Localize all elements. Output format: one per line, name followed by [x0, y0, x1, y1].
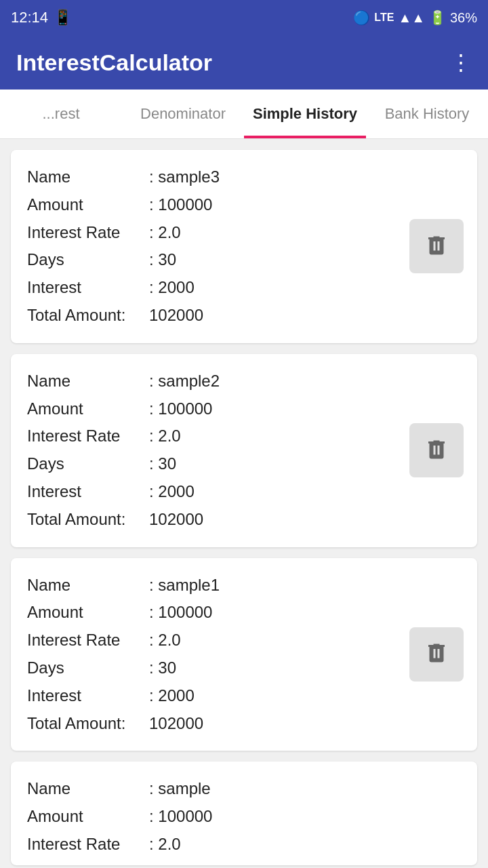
days-value: : 30	[149, 246, 176, 274]
card-amount-row: Amount : 100000	[27, 803, 464, 831]
amount-label: Amount	[27, 395, 149, 423]
amount-value: : 100000	[149, 599, 212, 627]
card-interest-row: Interest : 2000	[27, 478, 464, 506]
tab-denominator-label: Denominator	[140, 105, 226, 123]
rate-value: : 2.0	[149, 831, 181, 859]
name-label: Name	[27, 775, 149, 803]
tab-bank-history-label: Bank History	[385, 105, 470, 123]
interest-value: : 2000	[149, 274, 195, 302]
card-interest-row: Interest : 2000	[27, 682, 464, 710]
rate-value: : 2.0	[149, 627, 181, 654]
history-card-2: Name : sample2 Amount : 100000 Interest …	[11, 354, 477, 547]
tab-simple-history[interactable]: Simple History	[244, 90, 366, 138]
name-value: : sample2	[149, 368, 220, 395]
rate-value: : 2.0	[149, 219, 181, 247]
battery-icon: 🔋	[429, 9, 446, 26]
total-label: Total Amount:	[27, 710, 149, 738]
interest-value: : 2000	[149, 682, 195, 710]
card-rate-row: Interest Rate : 2.0	[27, 422, 464, 450]
trash-icon	[424, 641, 449, 667]
tab-simple-history-label: Simple History	[253, 105, 357, 123]
status-left: 12:14 📱	[11, 9, 72, 26]
card-total-row: Total Amount: 102000	[27, 710, 464, 738]
trash-icon	[424, 437, 449, 464]
history-card-3: Name : sample3 Amount : 100000 Interest …	[11, 150, 477, 343]
card-days-row: Days : 30	[27, 246, 464, 274]
card-amount-row: Amount : 100000	[27, 191, 464, 219]
card-days-row: Days : 30	[27, 654, 464, 682]
amount-label: Amount	[27, 191, 149, 219]
card-amount-row: Amount : 100000	[27, 599, 464, 627]
name-label: Name	[27, 572, 149, 599]
total-label: Total Amount:	[27, 302, 149, 330]
interest-value: : 2000	[149, 478, 195, 506]
amount-value: : 100000	[149, 803, 212, 831]
time: 12:14	[11, 9, 48, 26]
days-label: Days	[27, 450, 149, 478]
total-label: Total Amount:	[27, 506, 149, 534]
name-label: Name	[27, 163, 149, 191]
rate-label: Interest Rate	[27, 627, 149, 654]
name-value: : sample	[149, 775, 211, 803]
content-area: Name : sample3 Amount : 100000 Interest …	[0, 139, 488, 868]
delete-button-3[interactable]	[409, 219, 464, 273]
total-value: 102000	[149, 302, 203, 330]
card-rate-row: Interest Rate : 2.0	[27, 831, 464, 859]
card-days-row: Days : 30	[27, 450, 464, 478]
card-amount-row: Amount : 100000	[27, 395, 464, 423]
tab-interest-label: ...rest	[42, 105, 79, 123]
name-colon: : sample3	[149, 163, 220, 191]
tab-interest[interactable]: ...rest	[0, 90, 122, 138]
tab-bar: ...rest Denominator Simple History Bank …	[0, 90, 488, 139]
card-rate-row: Interest Rate : 2.0	[27, 219, 464, 247]
delete-button-1[interactable]	[409, 627, 464, 682]
battery-text: 36%	[450, 10, 477, 26]
more-options-icon[interactable]: ⋮	[450, 50, 472, 75]
rate-label: Interest Rate	[27, 831, 149, 859]
days-value: : 30	[149, 450, 176, 478]
amount-label: Amount	[27, 599, 149, 627]
days-value: : 30	[149, 654, 176, 682]
trash-icon	[424, 233, 449, 260]
interest-label: Interest	[27, 682, 149, 710]
app-bar: InterestCalculator ⋮	[0, 35, 488, 90]
card-name-row: Name : sample	[27, 775, 464, 803]
status-right: 🔵 LTE ▲▲ 🔋 36%	[353, 9, 477, 26]
history-card-0: Name : sample Amount : 100000 Interest R…	[11, 762, 477, 865]
lte-icon: LTE	[374, 12, 394, 24]
status-bar: 12:14 📱 🔵 LTE ▲▲ 🔋 36%	[0, 0, 488, 35]
rate-label: Interest Rate	[27, 219, 149, 247]
total-value: 102000	[149, 710, 203, 738]
rate-value: : 2.0	[149, 422, 181, 450]
card-rate-row: Interest Rate : 2.0	[27, 627, 464, 654]
amount-value: : 100000	[149, 191, 212, 219]
card-total-row: Total Amount: 102000	[27, 302, 464, 330]
card-total-row: Total Amount: 102000	[27, 506, 464, 534]
card-name-row: Name : sample1	[27, 572, 464, 599]
phone-icon: 📱	[54, 9, 72, 26]
app-title: InterestCalculator	[16, 50, 212, 76]
days-label: Days	[27, 246, 149, 274]
signal-icon: ▲▲	[398, 10, 425, 26]
history-card-1: Name : sample1 Amount : 100000 Interest …	[11, 558, 477, 751]
interest-label: Interest	[27, 478, 149, 506]
rate-label: Interest Rate	[27, 422, 149, 450]
amount-value: : 100000	[149, 395, 212, 423]
total-value: 102000	[149, 506, 203, 534]
amount-label: Amount	[27, 803, 149, 831]
card-name-row: Name : sample2	[27, 368, 464, 395]
name-value: : sample1	[149, 572, 220, 599]
interest-label: Interest	[27, 274, 149, 302]
card-name-row: Name : sample3	[27, 163, 464, 191]
delete-button-2[interactable]	[409, 423, 464, 477]
tab-bank-history[interactable]: Bank History	[366, 90, 488, 138]
tab-denominator[interactable]: Denominator	[122, 90, 244, 138]
bluetooth-icon: 🔵	[353, 9, 370, 26]
card-interest-row: Interest : 2000	[27, 274, 464, 302]
name-label: Name	[27, 368, 149, 395]
days-label: Days	[27, 654, 149, 682]
